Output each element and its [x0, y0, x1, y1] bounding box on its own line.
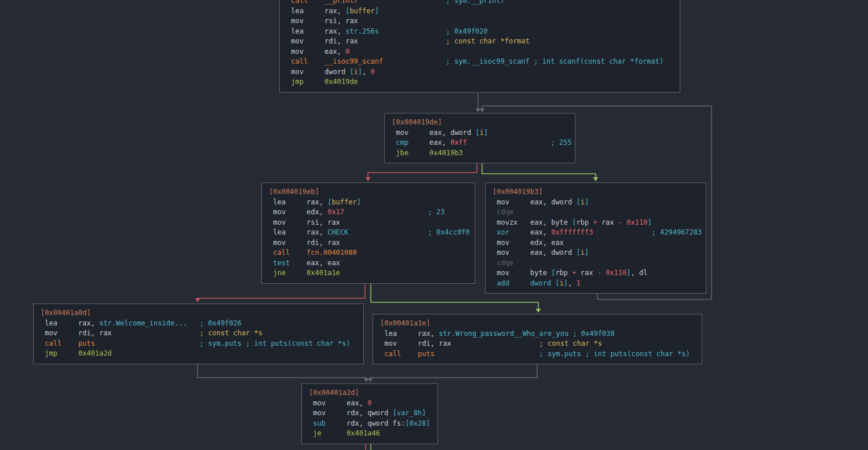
- block-header: [0x00401a1e]: [380, 319, 698, 329]
- asm-token: rdx, qword fs:: [347, 419, 405, 427]
- edge-0x401a1e-to-0x401a2d-arrowhead: [368, 378, 373, 382]
- asm-token: buffer: [349, 7, 374, 15]
- asm-line: xor eax, 0xfffffff3 ; 4294967283: [493, 228, 702, 238]
- asm-token: rbp: [555, 269, 572, 277]
- asm-line: mov rdi, rax ; const char *s: [380, 339, 698, 349]
- asm-token: jbe: [392, 149, 429, 157]
- asm-token: 0: [345, 47, 349, 56]
- asm-token: eax, dword: [530, 198, 576, 206]
- asm-token: [112, 329, 200, 337]
- asm-token: lea: [380, 330, 418, 338]
- asm-line: test eax, eax: [269, 258, 471, 269]
- asm-token: rax,: [307, 198, 327, 206]
- asm-line: call __printf ; sym.__printf: [287, 0, 676, 6]
- asm-token: xor: [493, 228, 530, 236]
- asm-token: je: [309, 429, 347, 437]
- asm-token: add: [493, 279, 530, 287]
- asm-token: test: [269, 259, 307, 267]
- asm-token: eax,: [347, 399, 367, 407]
- edge-true-0x4019eb-to-0x401a1e-arrowhead: [536, 309, 541, 313]
- asm-line: call fcn.00401080: [269, 248, 471, 258]
- basic-block-0x004019b3[interactable]: [0x004019b3] mov eax, dword [i] cdqe mov…: [485, 182, 706, 294]
- asm-token: [348, 228, 428, 236]
- asm-token: str.Wrong_password__Who_are_you: [439, 330, 568, 338]
- asm-token: [: [349, 68, 353, 76]
- asm-token: 0: [367, 399, 371, 407]
- asm-line: lea rax, [buffer]: [287, 6, 676, 17]
- graph-canvas[interactable]: call __printf ; sym.__printf lea rax, [b…: [0, 0, 868, 450]
- asm-token: rax,: [324, 7, 345, 15]
- asm-token: fcn.00401080: [307, 248, 357, 257]
- asm-token: mov: [269, 218, 307, 226]
- asm-token: -: [597, 269, 601, 277]
- asm-token: ; 0x49f020: [446, 27, 488, 35]
- asm-line: mov edx, eax: [493, 238, 702, 248]
- edge-loopback-0x4019b3-to-0x4019de-arrowhead: [480, 108, 485, 112]
- asm-token: ]: [422, 409, 426, 417]
- asm-token: [: [577, 248, 581, 257]
- asm-token: [0x28]: [405, 419, 430, 427]
- asm-line: mov eax, dword [i]: [493, 197, 702, 208]
- asm-line: jmp 0x401a2d: [41, 349, 360, 359]
- asm-token: ]: [358, 68, 362, 76]
- edge-0x401a0d-to-0x401a2d-arrowhead: [364, 378, 369, 382]
- asm-line: cdqe: [493, 207, 702, 218]
- asm-token: call: [380, 350, 418, 358]
- basic-block-0x004019eb[interactable]: [0x004019eb] lea rax, [buffer] mov edx, …: [261, 182, 475, 284]
- asm-token: call: [287, 0, 324, 5]
- asm-token: i: [354, 68, 358, 76]
- asm-token: rsi, rax: [307, 218, 340, 226]
- asm-token: mov: [269, 208, 307, 216]
- asm-token: [383, 57, 446, 65]
- asm-token: mov: [41, 329, 78, 337]
- basic-block-0x00401a0d[interactable]: [0x00401a0d] lea rax, str.Welcome_inside…: [33, 303, 364, 364]
- asm-token: var_8h: [397, 409, 422, 417]
- asm-token: [451, 339, 539, 347]
- asm-token: cdqe: [493, 208, 513, 216]
- asm-token: CHECK: [327, 228, 348, 236]
- asm-token: 0x17: [327, 208, 344, 216]
- asm-line: jne 0x401a1e: [269, 268, 471, 279]
- asm-token: i: [581, 198, 585, 206]
- asm-line: movzx eax, byte [rbp + rax - 0x110]: [493, 218, 702, 228]
- asm-token: eax,: [324, 47, 345, 56]
- asm-line: lea rax, str.256s ; 0x49f020: [287, 27, 676, 37]
- basic-block-0x00401a1e[interactable]: [0x00401a1e] lea rax, str.Wrong_password…: [373, 314, 702, 364]
- basic-block-entry-partial[interactable]: call __printf ; sym.__printf lea rax, [b…: [279, 0, 680, 93]
- basic-block-0x00401a2d[interactable]: [0x00401a2d] mov eax, 0 mov rdx, qword […: [301, 383, 438, 444]
- asm-token: rdi, rax: [78, 329, 112, 337]
- asm-token: mov: [493, 269, 530, 277]
- asm-token: rax,: [78, 319, 99, 327]
- asm-token: 0xff: [450, 138, 467, 147]
- asm-token: lea: [287, 7, 324, 15]
- asm-line: sub rdx, qword fs:[0x28]: [309, 419, 434, 429]
- asm-token: rdi, rax: [307, 239, 340, 247]
- asm-token: ; const char *s: [200, 329, 262, 337]
- asm-token: rbp: [577, 218, 593, 226]
- asm-token: call: [269, 248, 307, 257]
- asm-token: ; 255: [551, 138, 572, 147]
- asm-line: cdqe: [493, 258, 702, 269]
- asm-token: ; sym.puts ; int puts(const char *s): [539, 350, 690, 358]
- asm-line: call puts ; sym.puts ; int puts(const ch…: [380, 349, 698, 360]
- basic-block-0x004019de[interactable]: [0x004019de] mov eax, dword [i] cmp eax,…: [384, 113, 575, 163]
- asm-token: [435, 350, 539, 358]
- asm-token: lea: [287, 27, 324, 35]
- asm-line: lea rax, str.Welcome_inside... ; 0x49f02…: [41, 319, 360, 329]
- asm-line: lea rax, str.Wrong_password__Who_are_you…: [380, 329, 698, 339]
- asm-token: ]: [647, 218, 651, 226]
- asm-token: [: [572, 218, 576, 226]
- block-header: [0x004019eb]: [269, 187, 471, 197]
- asm-line: mov rsi, rax: [287, 16, 676, 27]
- asm-token: [: [577, 198, 581, 206]
- asm-token: rsi, rax: [324, 17, 358, 25]
- block-header: [0x004019de]: [392, 118, 571, 128]
- asm-token: , dl: [630, 269, 647, 277]
- asm-line: mov rdi, rax ; const char *s: [41, 328, 360, 339]
- asm-token: [344, 208, 428, 216]
- asm-token: 0x401a2d: [78, 349, 112, 357]
- asm-token: jne: [269, 269, 307, 277]
- asm-line: je 0x401a46: [309, 429, 434, 439]
- asm-token: mov: [309, 399, 347, 407]
- asm-token: __printf: [324, 0, 358, 5]
